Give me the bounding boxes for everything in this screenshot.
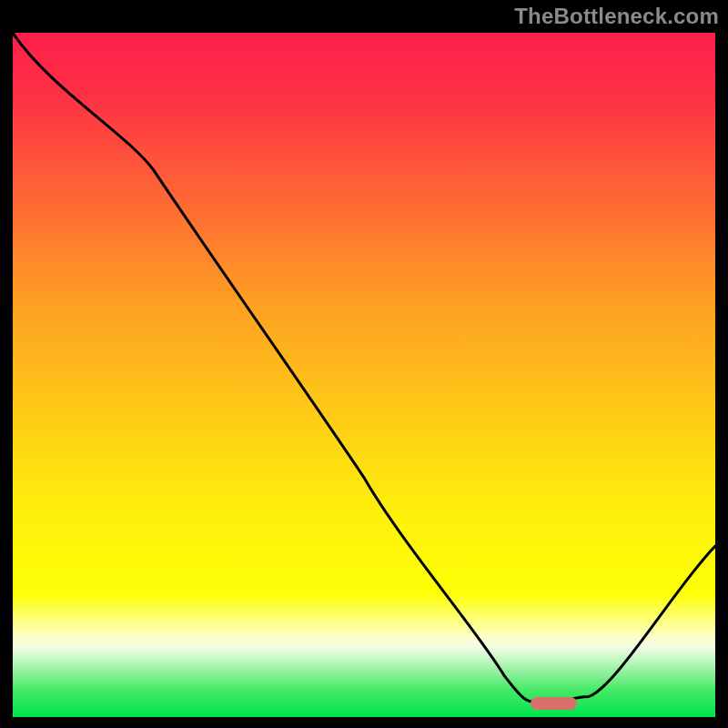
chart-frame <box>9 29 719 721</box>
optimum-marker <box>531 697 576 710</box>
plot-area <box>13 33 715 717</box>
watermark-text: TheBottleneck.com <box>514 4 719 29</box>
bottleneck-chart <box>13 33 715 717</box>
